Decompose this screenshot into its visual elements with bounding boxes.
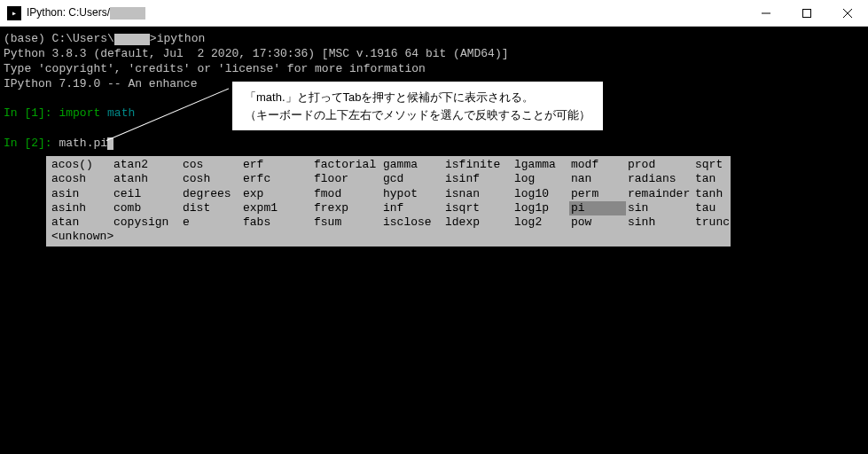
window-controls [746, 0, 868, 26]
completion-row: acoshatanhcosherfcfloorgcdisinflognanrad… [50, 172, 727, 186]
completion-item[interactable]: fsum [312, 215, 381, 230]
in-prompt-1: In [1]: [4, 106, 59, 120]
annotation-text-1: 「math.」と打ってTabを押すと候補が下に表示される。 [245, 89, 590, 106]
completion-item[interactable]: modf [569, 158, 626, 172]
shell-prompt-suffix: >ipython [150, 32, 205, 45]
completion-item[interactable]: tan [693, 172, 727, 186]
completion-item[interactable]: perm [569, 187, 626, 201]
title-prefix: IPython: C:Users/ [27, 6, 110, 19]
completion-item[interactable]: sinh [626, 215, 693, 230]
completion-item[interactable]: ceil [112, 187, 181, 201]
completion-item[interactable]: ldexp [443, 215, 512, 230]
minimize-button[interactable] [746, 0, 786, 26]
completion-item[interactable]: floor [312, 172, 381, 186]
completion-item[interactable]: remainder [626, 187, 693, 201]
completion-item[interactable]: isclose [381, 215, 443, 230]
terminal-body[interactable]: (base) C:\Users\>ipython Python 3.8.3 (d… [0, 27, 868, 454]
completion-item[interactable]: isqrt [443, 201, 512, 215]
redacted-username-term [114, 34, 150, 45]
python-version-line: Python 3.8.3 (default, Jul 2 2020, 17:30… [4, 47, 864, 62]
completion-item[interactable]: fabs [241, 215, 312, 230]
window-title: IPython: C:Users/ [27, 6, 746, 20]
completion-popup[interactable]: acos()atan2coserffactorialgammaisfinitel… [46, 156, 731, 247]
import-keyword: import [59, 106, 107, 120]
completion-item[interactable]: lgamma [512, 158, 569, 172]
maximize-button[interactable] [786, 0, 827, 26]
completion-item[interactable]: cosh [181, 172, 241, 186]
completion-item[interactable]: cos [181, 158, 241, 172]
completion-item[interactable]: dist [181, 201, 241, 215]
completion-item[interactable]: tanh [693, 187, 727, 201]
completion-item[interactable]: inf [381, 201, 443, 215]
close-button[interactable] [827, 0, 868, 26]
completion-item[interactable]: isinf [443, 172, 512, 186]
in-prompt-2: In [2]: [4, 137, 59, 150]
completion-item[interactable]: comb [112, 201, 181, 215]
annotation-callout: 「math.」と打ってTabを押すと候補が下に表示される。 （キーボードの上下左… [232, 82, 603, 130]
completion-item[interactable]: acosh [50, 172, 112, 186]
svg-rect-1 [803, 9, 811, 17]
completion-item[interactable]: hypot [381, 187, 443, 201]
prompt-line-base: (base) C:\Users\>ipython [4, 32, 864, 47]
completion-item[interactable]: nan [569, 172, 626, 186]
redacted-username [110, 7, 145, 20]
completion-item[interactable]: erfc [241, 172, 312, 186]
completion-item[interactable]: asinh [50, 201, 112, 215]
completion-item[interactable]: pi [569, 201, 626, 215]
annotation-text-2: （キーボードの上下左右でメソッドを選んで反映することが可能） [245, 106, 590, 124]
completion-item[interactable]: atan [50, 215, 112, 230]
titlebar[interactable]: ▸ IPython: C:Users/ [0, 0, 868, 27]
completion-item[interactable]: pow [569, 215, 626, 230]
input-text: math.pi [59, 137, 107, 150]
completion-item[interactable]: exp [241, 187, 312, 201]
completion-item[interactable]: tau [693, 201, 727, 215]
completion-row: acos()atan2coserffactorialgammaisfinitel… [50, 158, 727, 172]
completion-item[interactable]: degrees [181, 187, 241, 201]
completion-item[interactable]: asin [50, 187, 112, 201]
completion-item[interactable]: expm1 [241, 201, 312, 215]
completion-item[interactable]: log [512, 172, 569, 186]
completion-item[interactable]: sqrt [693, 158, 727, 172]
app-window: ▸ IPython: C:Users/ (base) C:\Users\>ipy… [0, 0, 868, 454]
completion-item[interactable]: erf [241, 158, 312, 172]
completion-item[interactable]: atan2 [112, 158, 181, 172]
completion-item[interactable]: atanh [112, 172, 181, 186]
input-line-2: In [2]: math.pi [4, 137, 864, 152]
completion-item[interactable]: factorial [312, 158, 381, 172]
completion-row: asinceildegreesexpfmodhypotisnanlog10per… [50, 187, 727, 201]
completion-item[interactable]: gcd [381, 172, 443, 186]
completion-item[interactable]: frexp [312, 201, 381, 215]
completion-item[interactable]: log1p [512, 201, 569, 215]
app-icon: ▸ [7, 6, 21, 20]
completion-item[interactable]: radians [626, 172, 693, 186]
python-info-line: Type 'copyright', 'credits' or 'license'… [4, 62, 864, 77]
completion-item[interactable]: log10 [512, 187, 569, 201]
completion-row: asinhcombdistexpm1frexpinfisqrtlog1ppisi… [50, 201, 727, 215]
completion-item[interactable]: prod [626, 158, 693, 172]
completion-item[interactable]: fmod [312, 187, 381, 201]
completion-item[interactable]: trunc [693, 215, 727, 230]
completion-item[interactable]: log2 [512, 215, 569, 230]
completion-item[interactable]: copysign [112, 215, 181, 230]
completion-item[interactable]: isfinite [443, 158, 512, 172]
completion-unknown[interactable]: <unknown> [50, 230, 727, 244]
completion-item[interactable]: acos() [50, 158, 112, 172]
completion-item[interactable]: isnan [443, 187, 512, 201]
shell-prompt-prefix: (base) C:\Users\ [4, 32, 114, 45]
module-name: math [107, 106, 135, 120]
completion-item[interactable]: gamma [381, 158, 443, 172]
completion-row: atancopysignefabsfsumiscloseldexplog2pow… [50, 215, 727, 230]
completion-item[interactable]: sin [626, 201, 693, 215]
completion-item[interactable]: e [181, 215, 241, 230]
